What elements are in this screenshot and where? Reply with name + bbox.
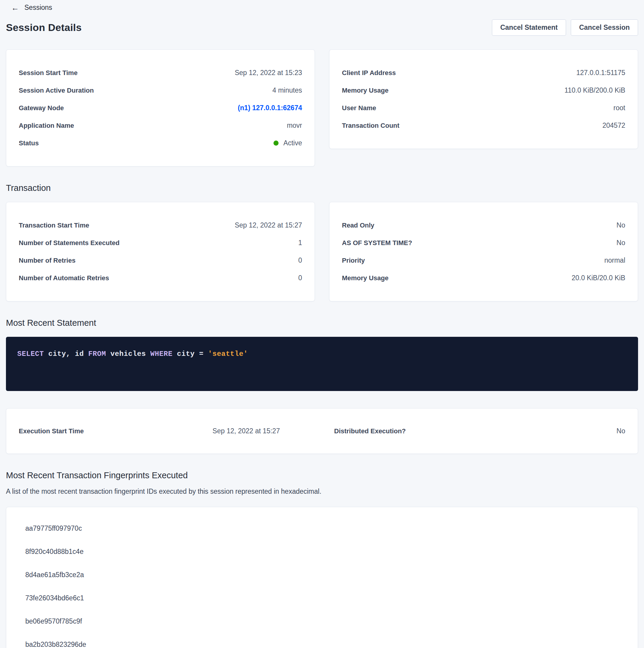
application-name-row: Application Name movr xyxy=(19,117,302,134)
txn-memory-usage-row: Memory Usage 20.0 KiB/20.0 KiB xyxy=(342,269,625,287)
transaction-card-left: Transaction Start Time Sep 12, 2022 at 1… xyxy=(6,202,315,302)
fingerprint-id: 8f920c40d88b1c4e xyxy=(6,540,638,563)
user-name-value: root xyxy=(613,104,625,112)
memory-usage-label: Memory Usage xyxy=(342,87,389,94)
session-active-duration-row: Session Active Duration 4 minutes xyxy=(19,82,302,99)
user-name-label: User Name xyxy=(342,104,376,112)
memory-usage-row: Memory Usage 110.0 KiB/200.0 KiB xyxy=(342,82,625,99)
sql-token: 'seattle' xyxy=(208,350,248,358)
header-actions: Cancel Statement Cancel Session xyxy=(492,19,638,36)
transaction-section-heading: Transaction xyxy=(6,183,638,193)
sql-token: FROM xyxy=(88,350,106,358)
priority-label: Priority xyxy=(342,257,365,264)
sql-statement-box: SELECT city, id FROM vehicles WHERE city… xyxy=(6,337,638,391)
execution-card: Execution Start Time Sep 12, 2022 at 15:… xyxy=(6,408,638,454)
cancel-statement-button[interactable]: Cancel Statement xyxy=(492,19,566,36)
retries-label: Number of Retries xyxy=(19,257,75,264)
retries-value: 0 xyxy=(298,256,302,264)
gateway-node-row: Gateway Node (n1) 127.0.0.1:62674 xyxy=(19,99,302,117)
statements-executed-row: Number of Statements Executed 1 xyxy=(19,234,302,252)
fingerprints-description: A list of the most recent transaction fi… xyxy=(6,487,638,495)
page-title: Session Details xyxy=(6,22,81,33)
sql-token: vehicles xyxy=(106,350,150,358)
fingerprint-id: be06e9570f785c9f xyxy=(6,609,638,633)
read-only-row: Read Only No xyxy=(342,216,625,234)
automatic-retries-value: 0 xyxy=(298,274,302,282)
read-only-label: Read Only xyxy=(342,222,374,229)
execution-start-time-value: Sep 12, 2022 at 15:27 xyxy=(171,427,322,435)
status-badge: Active xyxy=(274,139,302,147)
client-ip-label: Client IP Address xyxy=(342,69,396,77)
client-ip-value: 127.0.0.1:51175 xyxy=(576,69,625,77)
fingerprint-id: 73fe26034bd6e6c1 xyxy=(6,586,638,609)
fingerprints-card: aa79775ff097970c 8f920c40d88b1c4e 8d4ae6… xyxy=(6,507,638,648)
session-summary-row: Session Start Time Sep 12, 2022 at 15:23… xyxy=(6,49,638,166)
retries-row: Number of Retries 0 xyxy=(19,252,302,269)
transaction-count-value: 204572 xyxy=(602,121,625,129)
arrow-left-icon: ← xyxy=(11,4,19,12)
as-of-system-time-label: AS OF SYSTEM TIME? xyxy=(342,239,412,247)
distributed-execution-value: No xyxy=(474,427,626,435)
cancel-session-button[interactable]: Cancel Session xyxy=(571,19,638,36)
session-start-time-label: Session Start Time xyxy=(19,69,78,77)
sql-token: city, id xyxy=(44,350,88,358)
session-active-duration-label: Session Active Duration xyxy=(19,87,94,94)
statements-executed-value: 1 xyxy=(298,239,302,247)
status-label: Status xyxy=(19,140,39,147)
session-summary-card-right: Client IP Address 127.0.0.1:51175 Memory… xyxy=(329,49,638,149)
status-active-dot-icon xyxy=(274,141,279,146)
breadcrumb-back-sessions[interactable]: ← Sessions xyxy=(6,4,52,12)
transaction-row: Transaction Start Time Sep 12, 2022 at 1… xyxy=(6,202,638,302)
txn-memory-usage-value: 20.0 KiB/20.0 KiB xyxy=(572,274,625,282)
fingerprints-section-heading: Most Recent Transaction Fingerprints Exe… xyxy=(6,471,638,480)
transaction-count-row: Transaction Count 204572 xyxy=(342,117,625,134)
page-header: Session Details Cancel Statement Cancel … xyxy=(6,19,638,36)
transaction-start-time-value: Sep 12, 2022 at 15:27 xyxy=(235,221,302,229)
priority-value: normal xyxy=(604,256,625,264)
distributed-execution-label: Distributed Execution? xyxy=(322,427,474,435)
statement-section-heading: Most Recent Statement xyxy=(6,318,638,328)
sql-statement: SELECT city, id FROM vehicles WHERE city… xyxy=(17,350,248,358)
memory-usage-value: 110.0 KiB/200.0 KiB xyxy=(565,86,625,94)
fingerprint-id: 8d4ae61a5fb3ce2a xyxy=(6,563,638,586)
breadcrumb-label: Sessions xyxy=(24,4,52,12)
application-name-value: movr xyxy=(287,121,302,129)
automatic-retries-label: Number of Automatic Retries xyxy=(19,274,109,282)
sql-token: WHERE xyxy=(150,350,173,358)
session-start-time-row: Session Start Time Sep 12, 2022 at 15:23 xyxy=(19,64,302,82)
application-name-label: Application Name xyxy=(19,122,74,129)
as-of-system-time-row: AS OF SYSTEM TIME? No xyxy=(342,234,625,252)
gateway-node-label: Gateway Node xyxy=(19,104,64,112)
automatic-retries-row: Number of Automatic Retries 0 xyxy=(19,269,302,287)
fingerprint-id: ba2b203b823296de xyxy=(6,633,638,648)
transaction-card-right: Read Only No AS OF SYSTEM TIME? No Prior… xyxy=(329,202,638,302)
priority-row: Priority normal xyxy=(342,252,625,269)
statements-executed-label: Number of Statements Executed xyxy=(19,239,120,247)
client-ip-row: Client IP Address 127.0.0.1:51175 xyxy=(342,64,625,82)
user-name-row: User Name root xyxy=(342,99,625,117)
session-active-duration-value: 4 minutes xyxy=(272,86,302,94)
gateway-node-link[interactable]: (n1) 127.0.0.1:62674 xyxy=(238,104,302,112)
sql-token: city = xyxy=(173,350,208,358)
as-of-system-time-value: No xyxy=(617,239,625,247)
sql-token: SELECT xyxy=(17,350,44,358)
transaction-start-time-label: Transaction Start Time xyxy=(19,222,89,229)
fingerprint-id: aa79775ff097970c xyxy=(6,517,638,540)
session-start-time-value: Sep 12, 2022 at 15:23 xyxy=(235,69,302,77)
session-details-page: ← Sessions Session Details Cancel Statem… xyxy=(0,0,644,648)
session-summary-card-left: Session Start Time Sep 12, 2022 at 15:23… xyxy=(6,49,315,166)
transaction-start-time-row: Transaction Start Time Sep 12, 2022 at 1… xyxy=(19,216,302,234)
execution-start-time-label: Execution Start Time xyxy=(19,427,171,435)
read-only-value: No xyxy=(617,221,625,229)
status-value: Active xyxy=(283,139,302,147)
status-row: Status Active xyxy=(19,134,302,152)
txn-memory-usage-label: Memory Usage xyxy=(342,274,389,282)
transaction-count-label: Transaction Count xyxy=(342,122,399,129)
